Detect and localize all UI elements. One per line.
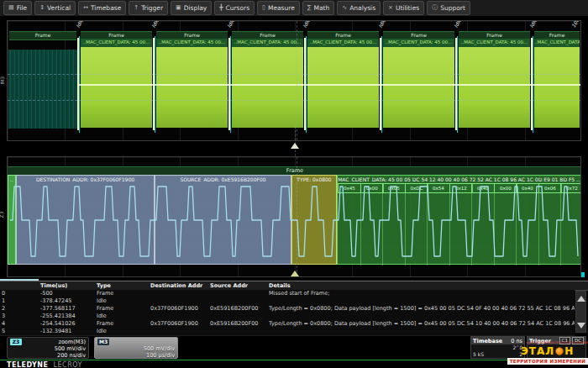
cursors-icon: ╋: [219, 5, 223, 11]
trigger-position-marker-zoom[interactable]: [291, 271, 299, 276]
frame-label: Frame: [9, 31, 76, 40]
trigger-title: Trigger: [529, 338, 551, 344]
trigger-time-line: [295, 126, 296, 156]
table-row[interactable]: 5-132.39481Idle: [0, 328, 575, 336]
trigger-icon: ↑: [134, 5, 139, 11]
menu-item-timebase[interactable]: ↔Timebase: [78, 1, 126, 15]
menu-item-vertical[interactable]: ↕Vertical: [34, 1, 76, 15]
menu-item-support[interactable]: ⓘSupport: [427, 1, 470, 15]
column-header-destination-addr[interactable]: Destination Addr: [150, 281, 202, 290]
cell-type: Idle: [97, 297, 107, 305]
field-label: MAC_CLIENT_DATA: 45 00 05 DC 54 12 40 00…: [338, 176, 581, 182]
idle-label: Idle: [150, 20, 160, 29]
menu-item-measure[interactable]: ▯Measure: [257, 1, 300, 15]
idle-label: Idle: [226, 20, 235, 29]
timebase-box[interactable]: Timebase 0 ns 200 5 kS 2: [470, 336, 525, 359]
decoded-frame-block: [232, 47, 303, 128]
cell-type: Idle: [97, 328, 107, 335]
m3-descriptor-box[interactable]: M3 500 mV/div 100 µs/div: [94, 337, 178, 359]
trigger-box[interactable]: Trigger C1DC: [527, 336, 586, 359]
table-scrollbar[interactable]: [575, 291, 586, 333]
menu-item-label: Support: [440, 4, 465, 12]
byte-separator: [382, 193, 383, 265]
column-header-type[interactable]: Type: [97, 281, 111, 290]
timebase-scale: 200: [471, 344, 524, 351]
main-trace-graticule[interactable]: FrameFrame..MAC_CLIENT_DATA: 45 00...Fra…: [7, 20, 581, 141]
byte-separator: [560, 193, 561, 265]
menu-item-analysis[interactable]: ∿Analysis: [337, 1, 381, 15]
trigger-position-marker-top[interactable]: [291, 143, 299, 149]
menu-item-label: Trigger: [141, 4, 163, 12]
trace-label-m3: M3: [0, 76, 5, 84]
menu-item-label: File: [17, 4, 28, 12]
decoded-frame-block: [307, 47, 379, 128]
center-dashed-line: [297, 157, 297, 276]
cell-time: -255.421384: [40, 313, 76, 320]
mac-client-data-label: ..MAC_CLIENT_DATA: 45 00...: [534, 39, 580, 47]
byte-cell: 0x06: [538, 183, 562, 193]
timebase-title: Timebase: [473, 338, 502, 344]
cell-time: -377.568117: [40, 305, 76, 313]
byte-cell: 0x40: [516, 183, 539, 193]
byte-cell: 0x54: [427, 183, 450, 193]
byte-separator: [405, 193, 406, 265]
scroll-down-button[interactable]: [576, 320, 585, 330]
cell-time: -132.39481: [40, 328, 72, 335]
oscilloscope-app: ▤File↕Vertical↔Timebase↑Trigger▣Display╋…: [0, 0, 588, 368]
down-arrow-icon: [577, 323, 585, 329]
field-type: TYPE: 0x0800: [291, 175, 337, 265]
mac-client-data-label: ..MAC_CLIENT_DATA: 45 00...: [232, 39, 303, 47]
column-header-details[interactable]: Details: [269, 281, 291, 290]
field-preamble: ..: [8, 175, 16, 265]
field-addr: SOURCE_ADDR: 0xE5916B200F00: [155, 175, 291, 265]
idle-label: Idle: [377, 20, 386, 29]
brand-lecroy: LECROY: [54, 361, 82, 368]
z3-descriptor-box[interactable]: Z3 zoom(M3) 500 mV/div 200 ns/div: [7, 337, 89, 359]
mac-client-data-label: ..MAC_CLIENT_DATA: 45 00...: [459, 39, 530, 47]
decoded-frame-block: [156, 47, 228, 128]
mac-client-data-label: ..MAC_CLIENT_DATA: 45 00...: [307, 39, 379, 47]
trigger-source-badge: C1: [559, 337, 570, 344]
menu-item-math[interactable]: ∑Math: [302, 1, 334, 15]
zoom-edge-tick: [581, 272, 585, 277]
menu-item-trigger[interactable]: ↑Trigger: [129, 1, 168, 15]
byte-separator: [449, 193, 450, 265]
z3-tdiv: 200 ns/div: [10, 352, 86, 359]
mac-client-data-label: ..MAC_CLIENT_DATA: 45 00...: [81, 39, 152, 47]
menu-item-label: Timebase: [91, 4, 121, 12]
undecoded-signal-block: [8, 50, 77, 129]
cell-src: 0xE5916B200F00: [210, 320, 259, 328]
m3-tdiv: 100 µs/div: [97, 352, 175, 359]
decoded-frame-block: [383, 47, 454, 128]
decoded-frame-block: [81, 47, 152, 128]
vertical-icon: ↕: [39, 5, 45, 11]
column-header-source-addr[interactable]: Source Addr: [210, 281, 248, 290]
measure-icon: ▯: [262, 5, 265, 11]
cell-details: Missed start of Frame;: [269, 290, 329, 297]
scroll-up-button[interactable]: [576, 293, 585, 303]
zoom-trace-graticule[interactable]: Frame..DESTINATION_ADDR: 0x37F0060F1900S…: [7, 156, 581, 277]
menu-item-label: Measure: [268, 4, 295, 12]
field-label: DESTINATION_ADDR: 0x37F0060F1900: [17, 176, 154, 182]
byte-cell: 0x05: [382, 183, 406, 193]
menu-item-cursors[interactable]: ╋Cursors: [214, 1, 255, 15]
brand-logo: TELEDYNE LECROY: [7, 361, 82, 368]
decoded-frame-block: [459, 47, 530, 128]
z3-source: zoom(M3): [58, 339, 86, 345]
menu-item-file[interactable]: ▤File: [3, 1, 32, 15]
graticule-dashed-line: [8, 74, 581, 75]
field-label: ..: [8, 176, 15, 182]
menu-item-label: Cursors: [226, 4, 250, 12]
byte-cell: 0x00: [494, 183, 517, 193]
row-index: 0: [2, 290, 5, 297]
right-edge-label: 100ns: [570, 20, 581, 29]
column-header-time-us-[interactable]: Time(us): [40, 281, 67, 290]
byte-cell: 0xDC: [405, 183, 428, 193]
byte-cell: 0x40: [471, 183, 495, 193]
cell-src: 0xE5916B200F00: [210, 305, 259, 313]
cell-dest: 0x37F0060F1900: [150, 320, 198, 328]
menu-bar: ▤File↕Vertical↔Timebase↑Trigger▣Display╋…: [0, 0, 588, 17]
menu-item-display[interactable]: ▣Display: [171, 1, 212, 15]
byte-separator: [471, 193, 472, 265]
menu-item-utilities[interactable]: ×Utilities: [383, 1, 424, 15]
